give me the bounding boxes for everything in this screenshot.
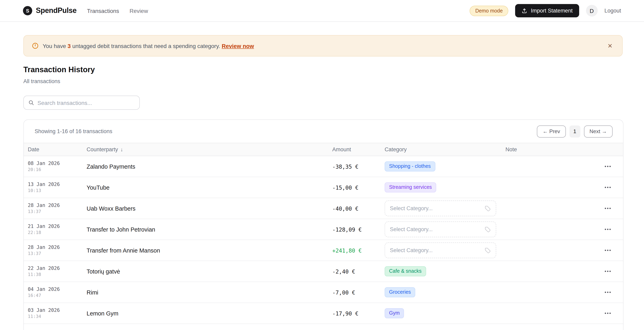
amount-value: -7,00 € [332,289,355,295]
category-chip[interactable]: Streaming services [385,182,436,193]
next-page-button[interactable]: Next → [584,125,612,137]
category-chip[interactable]: Groceries [385,287,415,297]
amount-value: +241,80 € [332,247,362,254]
category-chip[interactable]: Cafe & snacks [385,266,426,277]
actions-cell [598,163,623,170]
category-select[interactable]: Select Category... [385,201,496,216]
transaction-time: 11:34 [28,314,82,319]
column-header-category: Category [380,146,502,152]
amount-cell: +241,80 € [328,247,380,254]
tag-icon [484,226,491,233]
pagination: ← Prev 1 Next → [537,125,612,137]
alert-close-button[interactable]: ✕ [606,41,614,50]
category-select[interactable]: Select Category... [385,242,496,258]
table-row: 22 Jan 2026 11:38 Totorių gatvė -2,40 € … [24,261,623,282]
row-menu-button[interactable] [603,289,612,296]
table-row: 28 Jan 2026 13:37 Transfer from Annie Ma… [24,240,623,261]
category-cell: Shopping - clothes [380,161,502,172]
search-icon [28,100,34,106]
counterparty-name: YouTube [86,184,110,191]
table-body: 08 Jan 2026 20:16 Zalando Payments -38,3… [24,156,623,324]
actions-cell [598,184,623,191]
date-cell: 21 Jan 2026 22:18 [24,223,82,235]
row-menu-button[interactable] [603,226,612,233]
close-icon: ✕ [608,42,612,49]
ellipsis-icon [604,249,611,251]
column-header-amount: Amount [328,146,380,152]
transaction-time: 13:37 [28,251,82,256]
transaction-time: 22:18 [28,230,82,235]
row-menu-button[interactable] [603,205,612,212]
table-row: 21 Jan 2026 22:18 Transfer to John Petro… [24,219,623,240]
category-cell: Streaming services [380,182,502,193]
transaction-time: 13:37 [28,209,82,214]
amount-value: -38,35 € [332,163,358,170]
transactions-card: Showing 1-16 of 16 transactions ← Prev 1… [23,119,624,330]
date-cell: 28 Jan 2026 13:37 [24,244,82,256]
counterparty-name: Transfer from Annie Manson [86,247,160,254]
app-logo-icon: S [23,6,32,15]
tag-icon [484,205,491,212]
nav-transactions[interactable]: Transactions [87,8,119,14]
amount-value: -15,00 € [332,184,358,191]
card-toolbar: Showing 1-16 of 16 transactions ← Prev 1… [24,120,623,143]
category-cell: Groceries [380,287,502,297]
search-input[interactable] [38,99,135,106]
column-header-counterparty[interactable]: Counterparty ↓ [82,146,328,152]
category-select[interactable]: Select Category... [385,222,496,237]
ellipsis-icon [604,228,611,230]
transaction-date: 21 Jan 2026 [28,223,82,229]
amount-value: -40,00 € [332,205,358,212]
category-chip[interactable]: Gym [385,308,404,318]
counterparty-cell: Transfer from Annie Manson [82,247,328,254]
date-cell: 03 Jan 2026 11:34 [24,307,82,319]
alert-circle-icon [32,42,39,49]
amount-cell: -38,35 € [328,163,380,170]
ellipsis-icon [604,312,611,314]
ellipsis-icon [604,186,611,188]
transaction-time: 20:16 [28,167,82,173]
category-cell: Select Category... [380,222,502,237]
sort-descending-icon: ↓ [120,146,123,152]
nav-review[interactable]: Review [130,8,148,14]
actions-cell [598,310,623,317]
row-menu-button[interactable] [603,310,612,317]
counterparty-name: Rimi [86,289,98,295]
transaction-date: 22 Jan 2026 [28,265,82,271]
prev-page-button[interactable]: ← Prev [537,125,566,137]
transaction-date: 08 Jan 2026 [28,160,82,167]
top-bar: S SpendPulse Transactions Review Demo mo… [0,0,644,22]
amount-cell: -17,90 € [328,310,380,317]
logout-link[interactable]: Logout [604,8,621,14]
row-menu-button[interactable] [603,184,612,191]
date-cell: 08 Jan 2026 20:16 [24,160,82,173]
category-chip[interactable]: Shopping - clothes [385,161,435,172]
alert-count: 3 [68,43,71,49]
table-row: 04 Jan 2026 16:47 Rimi -7,00 € Groceries [24,282,623,303]
row-menu-button[interactable] [603,247,612,254]
transaction-time: 11:38 [28,272,82,277]
upload-icon [522,8,527,14]
user-avatar[interactable]: D [586,5,598,17]
import-statement-label: Import Statement [531,8,572,14]
counterparty-cell: Zalando Payments [82,163,328,170]
actions-cell [598,205,623,212]
ellipsis-icon [604,270,611,272]
date-cell: 28 Jan 2026 13:37 [24,202,82,214]
transaction-date: 04 Jan 2026 [28,286,82,292]
import-statement-button[interactable]: Import Statement [515,4,579,17]
table-row: 28 Jan 2026 13:37 Uab Woxx Barbers -40,0… [24,198,623,219]
actions-cell [598,289,623,296]
category-select-placeholder: Select Category... [390,226,433,232]
review-now-link[interactable]: Review now [222,43,254,49]
counterparty-cell: YouTube [82,184,328,191]
category-cell: Gym [380,308,502,318]
current-page-indicator[interactable]: 1 [569,125,580,137]
row-menu-button[interactable] [603,163,612,170]
amount-cell: -7,00 € [328,289,380,296]
row-menu-button[interactable] [603,268,612,275]
counterparty-cell: Lemon Gym [82,310,328,317]
transaction-date: 28 Jan 2026 [28,202,82,208]
transaction-date: 13 Jan 2026 [28,181,82,187]
page-subtitle: All transactions [23,78,60,84]
